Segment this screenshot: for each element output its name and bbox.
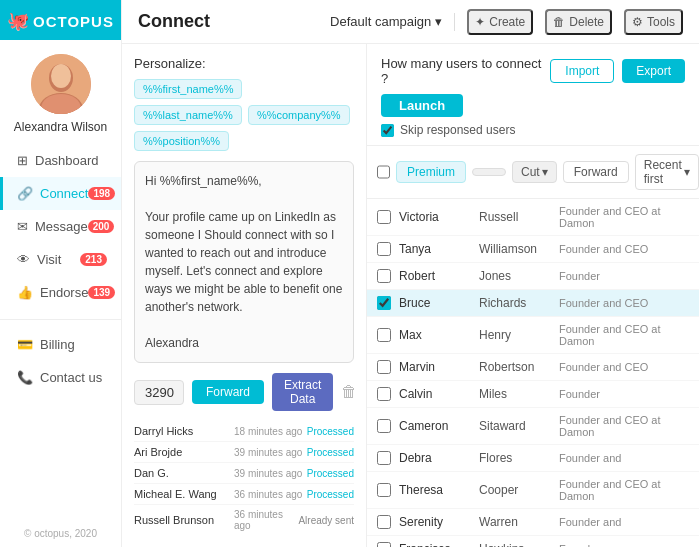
contact-last-name: Flores [479,451,559,465]
select-all-checkbox[interactable] [377,165,390,179]
contact-last-name: Hawkins [479,542,559,547]
contact-role: Founder and CEO at Damon [559,478,689,502]
filter-blank [472,168,506,176]
visit-badge: 213 [80,253,107,266]
contact-first-name: Serenity [399,515,479,529]
skip-checkbox[interactable] [381,124,394,137]
filter-premium[interactable]: Premium [396,161,466,183]
row-checkbox[interactable] [377,451,391,465]
contact-first-name: Francisco [399,542,479,547]
create-icon: ✦ [475,15,485,29]
connect-icon: 🔗 [17,186,33,201]
delete-icon: 🗑 [553,15,565,29]
campaign-dropdown-icon: ▾ [435,14,442,29]
table-row: MarvinRobertsonFounder and CEO [367,354,699,381]
contact-last-name: Russell [479,210,559,224]
contact-last-name: Williamson [479,242,559,256]
sidebar-item-visit[interactable]: 👁 Visit 213 [0,243,121,276]
contact-first-name: Calvin [399,387,479,401]
contact-last-name: Robertson [479,360,559,374]
export-button[interactable]: Export [622,59,685,83]
sidebar-item-endorse[interactable]: 👍 Endorse 139 [0,276,121,309]
connect-question: How many users to connect ? [381,56,550,86]
filter-recent-button[interactable]: Recent first ▾ [635,154,699,190]
campaign-selector[interactable]: Default campaign ▾ [330,14,442,29]
sidebar-logo-text: OCTOPUS [33,13,114,30]
delete-log-button[interactable]: 🗑 [341,383,357,401]
launch-button[interactable]: Launch [381,94,463,117]
delete-button[interactable]: 🗑 Delete [545,9,612,35]
row-checkbox[interactable] [377,542,391,547]
sidebar-item-dashboard[interactable]: ⊞ Dashboard [0,144,121,177]
chip-position[interactable]: %%position%% [134,131,229,151]
row-checkbox[interactable] [377,387,391,401]
chip-company[interactable]: %%company%% [248,105,350,125]
table-row: VictoriaRussellFounder and CEO at Damon [367,199,699,236]
row-checkbox[interactable] [377,483,391,497]
page-title: Connect [138,11,210,32]
contact-icon: 📞 [17,370,33,385]
row-checkbox[interactable] [377,419,391,433]
cut-dropdown-icon: ▾ [542,165,548,179]
dashboard-icon: ⊞ [17,153,28,168]
row-checkbox[interactable] [377,242,391,256]
import-button[interactable]: Import [550,59,614,83]
filter-cut-button[interactable]: Cut ▾ [512,161,557,183]
contact-role: Founder [559,270,689,282]
table-row: BruceRichardsFounder and CEO [367,290,699,317]
sidebar-item-billing[interactable]: 💳 Billing [0,328,121,361]
sidebar-footer: © octopus, 2020 [24,520,97,547]
sidebar-item-message[interactable]: ✉ Message 200 [0,210,121,243]
log-item: Dan G.39 minutes agoProcessed [134,463,354,484]
contact-last-name: Warren [479,515,559,529]
contact-first-name: Tanya [399,242,479,256]
row-checkbox[interactable] [377,296,391,310]
row-checkbox[interactable] [377,269,391,283]
log-time: 36 minutes ago [234,489,307,500]
row-checkbox[interactable] [377,360,391,374]
chip-last-name[interactable]: %%last_name%% [134,105,242,125]
row-checkbox[interactable] [377,515,391,529]
contact-first-name: Marvin [399,360,479,374]
right-top: How many users to connect ? Import Expor… [367,44,699,146]
sidebar-item-contact-us[interactable]: 📞 Contact us [0,361,121,394]
content-area: Personalize: %%first_name%% %%last_name%… [122,44,699,547]
contact-role: Founder and CEO [559,297,689,309]
contact-last-name: Miles [479,387,559,401]
chip-first-name[interactable]: %%first_name%% [134,79,242,99]
sidebar: 🐙 OCTOPUS Alexandra Wilson ⊞ Dashboard 🔗 [0,0,122,547]
log-name: Micheal E. Wang [134,488,234,500]
create-button[interactable]: ✦ Create [467,9,533,35]
table-row: SerenityWarrenFounder and [367,509,699,536]
log-name: Russell Brunson [134,514,234,526]
forward-button[interactable]: Forward [192,380,264,404]
recent-dropdown-icon: ▾ [684,165,690,179]
log-status: Processed [307,447,354,458]
message-badge: 200 [88,220,115,233]
row-checkbox[interactable] [377,328,391,342]
right-top-row: How many users to connect ? Import Expor… [381,56,685,86]
sidebar-item-connect[interactable]: 🔗 Connect 198 [0,177,121,210]
tools-button[interactable]: ⚙ Tools [624,9,683,35]
log-time: 18 minutes ago [234,426,307,437]
octopus-icon: 🐙 [7,10,29,32]
count-box: 3290 [134,380,184,405]
contact-last-name: Sitaward [479,419,559,433]
log-time: 39 minutes ago [234,468,307,479]
message-box[interactable]: Hi %%first_name%%, Your profile came up … [134,161,354,363]
extract-data-button[interactable]: Extract Data [272,373,333,411]
contact-first-name: Robert [399,269,479,283]
sidebar-nav: ⊞ Dashboard 🔗 Connect 198 ✉ Message 200 … [0,144,121,520]
table-row: FranciscoHawkinsFounder [367,536,699,547]
table-row: RobertJonesFounder [367,263,699,290]
contact-role: Founder and CEO [559,361,689,373]
contact-role: Founder and [559,452,689,464]
row-checkbox[interactable] [377,210,391,224]
filter-forward-button[interactable]: Forward [563,161,629,183]
main-area: Connect Default campaign ▾ ✦ Create 🗑 De… [122,0,699,547]
sidebar-logo: 🐙 OCTOPUS [0,0,121,40]
log-item: Darryl Hicks18 minutes agoProcessed [134,421,354,442]
contact-table: VictoriaRussellFounder and CEO at DamonT… [367,199,699,547]
avatar-area: Alexandra Wilson [14,40,107,144]
log-list: Darryl Hicks18 minutes agoProcessedAri B… [134,421,354,535]
